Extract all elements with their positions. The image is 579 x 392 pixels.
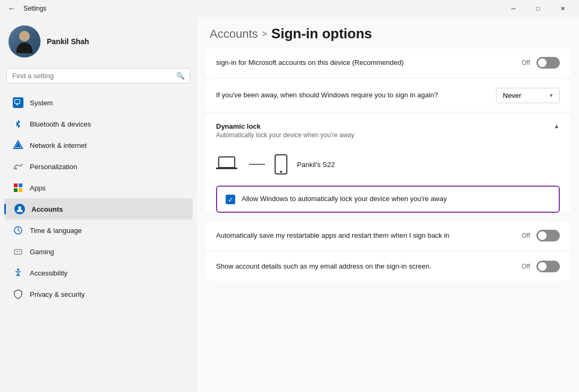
restart-toggle[interactable] bbox=[536, 230, 560, 241]
setting-account-details: Show account details such as my email ad… bbox=[205, 252, 570, 281]
signin-toggle-track[interactable] bbox=[536, 57, 560, 69]
setting-restart-apps: Automatically save my restartable apps a… bbox=[205, 221, 570, 250]
dynamic-lock-header[interactable]: Dynamic lock Automatically lock your dev… bbox=[205, 114, 570, 147]
device-name: Pankil's S22 bbox=[297, 161, 335, 169]
account-toggle-track[interactable] bbox=[536, 261, 560, 272]
search-icon: 🔍 bbox=[176, 72, 185, 80]
nav-accounts[interactable]: Accounts bbox=[4, 198, 193, 220]
active-indicator bbox=[4, 204, 6, 214]
nav-time[interactable]: Time & language bbox=[4, 220, 193, 241]
accessibility-icon bbox=[13, 268, 23, 278]
nav-privacy[interactable]: Privacy & security bbox=[4, 283, 193, 305]
svg-point-5 bbox=[15, 168, 17, 170]
nav-system[interactable]: System bbox=[4, 92, 193, 113]
svg-point-17 bbox=[19, 251, 20, 252]
svg-rect-6 bbox=[14, 184, 18, 187]
chevron-down-icon: ▾ bbox=[550, 92, 553, 99]
signin-toggle-thumb bbox=[538, 59, 547, 67]
bluetooth-label: Bluetooth & devices bbox=[30, 120, 91, 128]
restart-toggle-track[interactable] bbox=[536, 230, 560, 241]
app-title: Settings bbox=[23, 5, 46, 12]
svg-rect-14 bbox=[14, 249, 22, 254]
svg-rect-7 bbox=[19, 184, 22, 187]
nav-apps[interactable]: Apps bbox=[4, 177, 193, 198]
signin-toggle[interactable] bbox=[536, 57, 560, 69]
setting-away-signin: If you've been away, when should Windows… bbox=[205, 79, 570, 112]
nav-gaming[interactable]: Gaming bbox=[4, 241, 193, 262]
privacy-label: Privacy & security bbox=[30, 290, 85, 298]
restore-button[interactable]: □ bbox=[526, 0, 550, 17]
checkmark-icon: ✓ bbox=[228, 196, 234, 203]
breadcrumb-parent: Accounts bbox=[210, 27, 258, 41]
titlebar: ← Settings ─ □ ✕ bbox=[0, 0, 579, 17]
breadcrumb-current: Sign-in options bbox=[271, 26, 372, 42]
account-details-text: Show account details such as my email ad… bbox=[216, 262, 513, 271]
nav-accessibility[interactable]: Accessibility bbox=[4, 262, 193, 283]
chevron-up-icon: ▲ bbox=[553, 122, 560, 130]
signin-toggle-label: Off bbox=[522, 59, 530, 66]
minimize-button[interactable]: ─ bbox=[501, 0, 526, 17]
system-label: System bbox=[30, 99, 53, 107]
nav-personalization[interactable]: Personalization bbox=[4, 156, 193, 177]
apps-label: Apps bbox=[30, 184, 46, 192]
restart-toggle-thumb bbox=[538, 231, 547, 240]
apps-icon bbox=[13, 182, 23, 193]
svg-point-26 bbox=[280, 171, 282, 173]
back-button[interactable]: ← bbox=[4, 1, 19, 16]
dropdown-value: Never bbox=[503, 91, 522, 99]
sidebar: Pankil Shah 🔍 System Bluetooth & devices bbox=[0, 17, 197, 392]
dynamic-lock-checkbox-item[interactable]: ✓ Allow Windows to automatically lock yo… bbox=[216, 186, 560, 213]
time-icon bbox=[13, 225, 23, 236]
svg-rect-9 bbox=[19, 188, 22, 192]
personalization-icon bbox=[13, 161, 23, 172]
nav-network[interactable]: Network & internet bbox=[4, 135, 193, 156]
search-box[interactable]: 🔍 bbox=[6, 68, 191, 84]
svg-point-18 bbox=[17, 269, 19, 271]
avatar-image bbox=[9, 26, 40, 57]
checkbox[interactable]: ✓ bbox=[226, 195, 235, 204]
connection-line bbox=[249, 164, 265, 165]
away-signin-dropdown[interactable]: Never ▾ bbox=[496, 88, 560, 103]
avatar bbox=[9, 26, 40, 57]
phone-icon bbox=[274, 154, 288, 175]
toggle-group-signin: Off bbox=[522, 57, 560, 69]
close-button[interactable]: ✕ bbox=[550, 0, 575, 17]
user-name: Pankil Shah bbox=[47, 37, 89, 46]
microsoft-signin-text: sign-in for Microsoft accounts on this d… bbox=[216, 58, 513, 68]
dynamic-lock-subtitle: Automatically lock your device when you'… bbox=[216, 131, 354, 139]
search-input[interactable] bbox=[12, 72, 172, 80]
settings-list: sign-in for Microsoft accounts on this d… bbox=[197, 48, 579, 281]
account-toggle[interactable] bbox=[536, 261, 560, 272]
svg-rect-0 bbox=[15, 99, 20, 103]
gaming-icon bbox=[13, 246, 23, 257]
account-toggle-label: Off bbox=[522, 263, 530, 270]
titlebar-left: ← Settings bbox=[4, 1, 46, 16]
nav-bluetooth[interactable]: Bluetooth & devices bbox=[4, 113, 193, 135]
laptop-icon bbox=[216, 155, 241, 174]
time-label: Time & language bbox=[30, 227, 82, 235]
svg-point-10 bbox=[18, 206, 21, 210]
main-layout: Pankil Shah 🔍 System Bluetooth & devices bbox=[0, 17, 579, 392]
network-label: Network & internet bbox=[30, 141, 87, 149]
toggle-group-account: Off bbox=[522, 261, 560, 272]
svg-rect-23 bbox=[219, 157, 235, 168]
away-signin-text: If you've been away, when should Windows… bbox=[216, 90, 487, 100]
back-icon: ← bbox=[8, 4, 15, 13]
titlebar-controls: ─ □ ✕ bbox=[501, 0, 575, 17]
dynamic-lock-title: Dynamic lock bbox=[216, 122, 354, 130]
account-toggle-thumb bbox=[538, 262, 547, 271]
accounts-label: Accounts bbox=[31, 205, 63, 213]
personalization-label: Personalization bbox=[30, 163, 77, 171]
bluetooth-icon bbox=[13, 119, 23, 129]
accessibility-label: Accessibility bbox=[30, 269, 68, 277]
breadcrumb-arrow: > bbox=[262, 29, 267, 39]
search-container: 🔍 bbox=[0, 68, 197, 92]
dynamic-lock-info: Dynamic lock Automatically lock your dev… bbox=[216, 122, 354, 139]
restart-toggle-label: Off bbox=[522, 232, 530, 239]
setting-microsoft-signin: sign-in for Microsoft accounts on this d… bbox=[205, 48, 570, 77]
privacy-icon bbox=[13, 289, 23, 299]
gaming-label: Gaming bbox=[30, 248, 54, 256]
accounts-icon bbox=[14, 204, 25, 214]
system-icon bbox=[13, 97, 23, 108]
content-header: Accounts > Sign-in options bbox=[197, 17, 579, 48]
